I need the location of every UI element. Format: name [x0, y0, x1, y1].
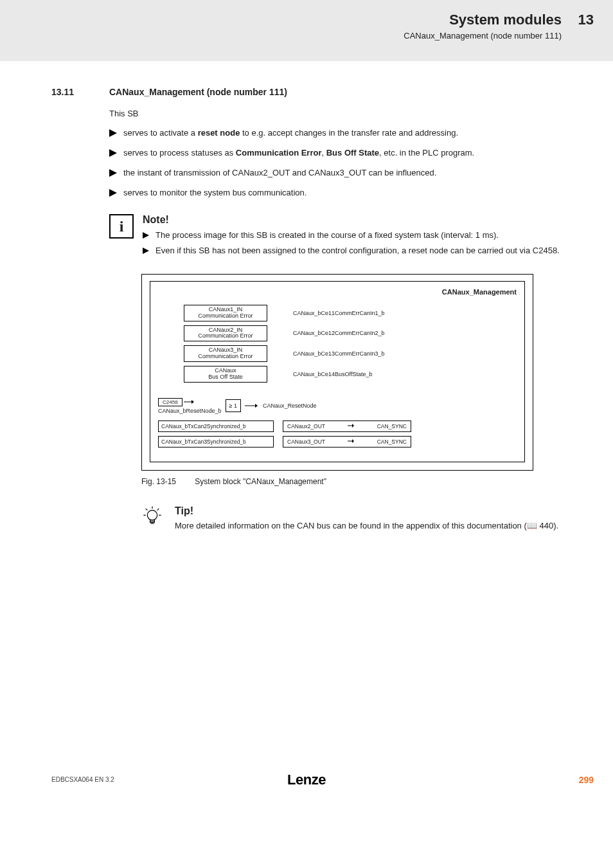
svg-marker-11 [352, 424, 354, 428]
section-heading-row: 13.11 CANaux_Management (node number 111… [51, 87, 562, 97]
svg-marker-3 [109, 189, 117, 197]
note-item-text: The process image for this SB is created… [155, 230, 562, 242]
bullet-text: serves to process statuses as Communicat… [123, 147, 562, 161]
diagram: CANaux_Management CANaux1_IN Communicati… [150, 281, 525, 462]
text: , [321, 148, 326, 158]
bullet-item: the instant of transmission of CANaux2_O… [109, 167, 562, 181]
page-number: 299 [579, 775, 594, 785]
page-ref: 440 [539, 521, 553, 530]
diagram-output: CANaux_bCe12CommErrCanIn2_b [293, 330, 385, 336]
diagram-title: CANaux_Management [158, 288, 517, 296]
note-content: Note! The process image for this SB is c… [143, 214, 562, 259]
footer-logo: Lenze [287, 772, 326, 788]
text: ). [553, 521, 558, 530]
svg-line-15 [146, 509, 148, 511]
text: to e.g. accept changes in the transfer r… [240, 128, 458, 138]
sync-input: CANaux_bTxCan2Synchronized_b [158, 420, 274, 432]
play-arrow-icon [109, 167, 123, 181]
text: Communication Error [188, 313, 263, 320]
diagram-box: CANaux Bus Off State [184, 366, 267, 383]
lenze-logo: Lenze [287, 772, 326, 788]
svg-marker-7 [191, 400, 194, 404]
note-item-text: Even if this SB has not been assigned to… [155, 245, 562, 257]
page-footer: EDBCSXA064 EN 3.2 Lenze 299 [0, 775, 613, 798]
arrow-right-icon [348, 423, 354, 429]
svg-marker-5 [143, 248, 149, 254]
reset-output-label: CANaux_ResetNode [263, 402, 317, 409]
diagram-output: CANaux_bCe14BusOffState_b [293, 371, 372, 377]
tip-block: Tip! More detailed information on the CA… [141, 505, 562, 530]
text: , etc. in the PLC program. [379, 148, 474, 158]
header-right: System modules CANaux_Management (node n… [404, 12, 562, 41]
text: CAN_SYNC [377, 439, 407, 445]
bullet-item: serves to monitor the system bus communi… [109, 187, 562, 201]
info-icon: i [109, 214, 134, 239]
play-arrow-icon [143, 245, 155, 257]
note-item: The process image for this SB is created… [143, 230, 562, 242]
diagram-output: CANaux_bCe13CommErrCanIn3_b [293, 350, 385, 357]
bullet-item: serves to process statuses as Communicat… [109, 147, 562, 161]
svg-marker-0 [109, 129, 117, 137]
intro-text: This SB [109, 109, 562, 118]
tip-content: Tip! More detailed information on the CA… [175, 505, 562, 530]
code-box: C2458 [158, 398, 182, 406]
sync-output: CANaux3_OUT CAN_SYNC [283, 436, 411, 448]
bullet-text: serves to monitor the system bus communi… [123, 187, 562, 201]
text-bold: Bus Off State [326, 148, 379, 158]
diagram-row: CANaux3_IN Communication Error CANaux_bC… [184, 345, 517, 362]
info-glyph: i [120, 218, 124, 235]
svg-line-16 [157, 509, 159, 511]
svg-point-19 [147, 511, 157, 520]
play-arrow-icon [143, 230, 155, 242]
page-header: System modules CANaux_Management (node n… [0, 0, 613, 61]
sync-input: CANaux_bTxCan3Synchronized_b [158, 436, 274, 448]
svg-marker-13 [352, 439, 354, 443]
diagram-sync-row: CANaux_bTxCan3Synchronized_b CANaux3_OUT… [158, 436, 517, 448]
note-block: i Note! The process image for this SB is… [109, 214, 562, 259]
text: CANaux3_OUT [287, 439, 325, 445]
arrow-right-icon [245, 403, 258, 408]
section-number: 13.11 [51, 87, 109, 97]
text: Communication Error [188, 333, 263, 339]
figure-caption: Fig. 13-15 System block "CANaux_Manageme… [141, 477, 562, 486]
play-arrow-icon [109, 187, 123, 201]
diagram-output: CANaux_bCe11CommErrCanIn1_b [293, 310, 385, 316]
diagram-frame: CANaux_Management CANaux1_IN Communicati… [141, 274, 533, 471]
svg-marker-9 [255, 404, 258, 408]
svg-marker-1 [109, 149, 117, 157]
section-title: CANaux_Management (node number 111) [109, 87, 287, 97]
text: CANaux2_OUT [287, 423, 325, 429]
figure-number: Fig. 13-15 [141, 477, 193, 486]
bullet-text: serves to activate a reset node to e.g. … [123, 127, 562, 141]
footer-doc-id: EDBCSXA064 EN 3.2 [51, 776, 114, 783]
lightbulb-icon [141, 505, 166, 530]
header-title: System modules [404, 12, 562, 28]
reset-input-label: CANaux_bResetNode_b [158, 408, 222, 414]
arrow-right-icon [184, 399, 194, 404]
diagram-reset-row: C2458 CANaux_bResetNode_b ≥ 1 CANaux_Res… [158, 398, 517, 414]
header-subtitle: CANaux_Management (node number 111) [404, 31, 562, 41]
figure-text: System block "CANaux_Management" [195, 477, 326, 486]
note-item: Even if this SB has not been assigned to… [143, 245, 562, 257]
play-arrow-icon [109, 127, 123, 141]
book-icon: 📖 [527, 521, 540, 530]
text: serves to activate a [123, 128, 198, 138]
svg-marker-2 [109, 169, 117, 177]
diagram-sync-row: CANaux_bTxCan2Synchronized_b CANaux2_OUT… [158, 420, 517, 432]
bullet-item: serves to activate a reset node to e.g. … [109, 127, 562, 141]
diagram-row: CANaux Bus Off State CANaux_bCe14BusOffS… [184, 366, 517, 383]
tip-title: Tip! [175, 505, 562, 517]
diagram-box: CANaux2_IN Communication Error [184, 325, 267, 342]
text: Communication Error [188, 354, 263, 360]
sync-output: CANaux2_OUT CAN_SYNC [283, 420, 411, 432]
text: serves to process statuses as [123, 148, 236, 158]
page-content: 13.11 CANaux_Management (node number 111… [0, 61, 613, 530]
note-title: Note! [143, 214, 562, 226]
diagram-box: CANaux3_IN Communication Error [184, 345, 267, 362]
diagram-row: CANaux1_IN Communication Error CANaux_bC… [184, 305, 517, 321]
text-bold: Communication Error [236, 148, 322, 158]
tip-text: More detailed information on the CAN bus… [175, 521, 562, 530]
text: CAN_SYNC [377, 423, 407, 429]
bullet-text: the instant of transmission of CANaux2_O… [123, 167, 562, 181]
text-bold: reset node [198, 128, 240, 138]
